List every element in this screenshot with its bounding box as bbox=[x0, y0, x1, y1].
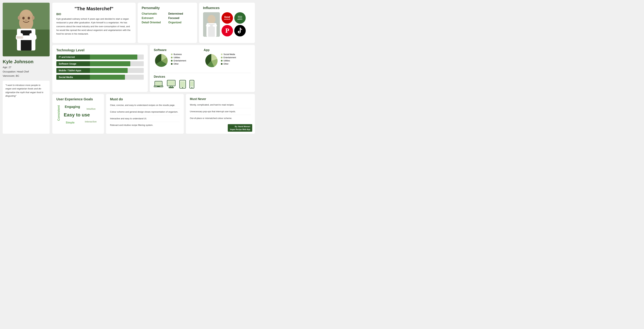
personality-heading: Personality bbox=[142, 6, 193, 10]
legend-entertainment-app: Entertainment bbox=[221, 56, 236, 59]
influences-bottom-row: P bbox=[222, 25, 251, 36]
bar-fill-software bbox=[90, 61, 130, 66]
left-panel: Kyle Johnson Age: 27 Occupation: Head Ch… bbox=[3, 3, 50, 134]
personality-grid: Charismatic Determined Extrovert Focused… bbox=[142, 12, 193, 24]
bar-label-software: Software Usage bbox=[56, 61, 90, 66]
legend-entertainment-sw: Entertainment bbox=[171, 60, 186, 62]
bar-label-mobile: Mobile / Tablet Apps bbox=[56, 68, 90, 73]
trait-organized: Organized bbox=[168, 21, 193, 24]
software-app-card: Software bbox=[150, 45, 255, 92]
svg-text:P: P bbox=[225, 27, 229, 34]
influences-card: Influences bbox=[199, 3, 255, 43]
svg-rect-29 bbox=[156, 82, 162, 86]
bar-row-software: Software Usage bbox=[56, 61, 144, 66]
svg-rect-8 bbox=[16, 36, 23, 38]
byline: By: Navid Memari Vegan Recipe Web App bbox=[228, 124, 252, 132]
influences-heading: Influences bbox=[203, 6, 251, 10]
bottom-row: User Experience Goals Consistent Engagin… bbox=[52, 94, 255, 134]
tablet-icon bbox=[179, 80, 186, 88]
person-age: Age: 27 bbox=[3, 66, 12, 68]
avatar bbox=[3, 3, 50, 56]
ux-card: User Experience Goals Consistent Engagin… bbox=[52, 94, 104, 134]
bar-row-mobile: Mobile / Tablet Apps bbox=[56, 68, 144, 73]
dot-utilities-sw bbox=[171, 57, 172, 58]
bio-label: BIO bbox=[56, 13, 132, 16]
influences-right: food network WHOLE FOODS MARKET bbox=[222, 12, 251, 39]
must-do-list: Clear, concise, and easy to understand r… bbox=[110, 104, 180, 128]
dot-utilities-app bbox=[221, 60, 222, 62]
app-title: App bbox=[204, 48, 251, 52]
wc-interactive: Interactive bbox=[85, 120, 96, 123]
dot-entertainment-app bbox=[221, 57, 222, 58]
word-cloud: Consistent Engaging Intuitive Easy to us… bbox=[56, 104, 100, 130]
legend-utilities-app: Utilities bbox=[221, 60, 236, 62]
whole-foods-logo: WHOLE FOODS MARKET bbox=[234, 12, 246, 24]
bar-container-mobile bbox=[90, 68, 144, 73]
svg-rect-37 bbox=[180, 81, 185, 87]
top-row: "The Masterchef" BIO Kyle graduated culi… bbox=[52, 3, 255, 43]
bar-fill-mobile bbox=[90, 68, 128, 73]
svg-text:FOODS: FOODS bbox=[238, 17, 242, 18]
svg-point-20 bbox=[213, 24, 217, 27]
person-location: Vancouver, BC bbox=[3, 74, 19, 77]
must-never-card: Must Never Wordy, complicated, and hard … bbox=[186, 94, 255, 134]
must-never-item-2: Unnecessary pop-ups that interrupt user … bbox=[190, 110, 251, 115]
byline-line1: By: Navid Memari bbox=[230, 125, 250, 128]
quote-box: "I want to introduce more people to vega… bbox=[3, 81, 50, 134]
svg-text:MARKET: MARKET bbox=[238, 19, 243, 20]
tech-card: Technology Level IT and Internet Softwar… bbox=[52, 45, 148, 92]
bar-label-it: IT and Internet bbox=[56, 54, 90, 60]
svg-rect-40 bbox=[190, 81, 193, 86]
legend-other-sw: Other bbox=[171, 63, 186, 65]
software-app-inner: Software bbox=[154, 48, 251, 71]
label-entertainment-app: Entertainment bbox=[224, 56, 236, 59]
must-never-item-1: Wordy, complicated, and hard to read rec… bbox=[190, 103, 251, 108]
svg-point-19 bbox=[206, 24, 210, 27]
label-other-sw: Other bbox=[174, 63, 178, 65]
devices-icons bbox=[154, 80, 251, 88]
bar-fill-social bbox=[90, 75, 125, 80]
laptop-icon bbox=[154, 80, 163, 88]
bio-text: Kyle graduated culinary school 4 years a… bbox=[56, 17, 132, 36]
svg-text:WHOLE: WHOLE bbox=[238, 16, 242, 17]
must-do-heading: Must do bbox=[110, 97, 180, 101]
must-never-item-3: Out-of-place or mismatched colour scheme… bbox=[190, 116, 251, 122]
label-other-app: Other bbox=[224, 63, 228, 65]
svg-point-16 bbox=[208, 15, 216, 24]
must-never-heading: Must Never bbox=[190, 97, 251, 101]
must-do-item-4: Relevant and intuitive recipe filtering … bbox=[110, 124, 180, 128]
label-business: Business bbox=[174, 53, 182, 56]
dot-business bbox=[171, 54, 172, 55]
svg-rect-35 bbox=[169, 87, 174, 88]
trait-charismatic: Charismatic bbox=[142, 12, 166, 15]
desktop-icon bbox=[166, 80, 176, 88]
wc-engaging: Engaging bbox=[65, 105, 80, 109]
fn-food-text: food bbox=[224, 16, 230, 18]
legend-other-app: Other bbox=[221, 63, 236, 65]
fn-network-text: network bbox=[224, 18, 230, 20]
svg-rect-33 bbox=[168, 81, 174, 85]
middle-row: Technology Level IT and Internet Softwar… bbox=[52, 45, 255, 92]
dot-entertainment-sw bbox=[171, 60, 172, 62]
trait-determined: Determined bbox=[168, 12, 193, 15]
ux-heading: User Experience Goals bbox=[56, 97, 100, 101]
app-chart-row: Social Media Entertainment Utilities bbox=[204, 53, 251, 68]
byline-line2: Vegan Recipe Web App bbox=[230, 128, 250, 131]
phone-icon bbox=[189, 80, 194, 88]
tech-heading: Technology Level bbox=[56, 48, 144, 52]
must-do-item-1: Clear, concise, and easy to understand r… bbox=[110, 104, 180, 108]
bar-fill-it bbox=[90, 54, 137, 60]
name-section: Kyle Johnson Age: 27 Occupation: Head Ch… bbox=[3, 58, 50, 79]
wc-simple: Simple bbox=[66, 121, 74, 124]
svg-rect-4 bbox=[21, 30, 32, 50]
label-utilities-app: Utilities bbox=[224, 60, 230, 62]
legend-business: Business bbox=[171, 53, 186, 56]
pinterest-logo: P bbox=[222, 25, 233, 36]
app-pie-chart bbox=[204, 53, 219, 68]
dot-other-sw bbox=[171, 63, 172, 65]
must-do-item-3: Interactive and easy to understand UI. bbox=[110, 117, 180, 122]
legend-social-media: Social Media bbox=[221, 53, 236, 56]
devices-section: Devices bbox=[154, 73, 251, 88]
bio-card-title: "The Masterchef" bbox=[56, 6, 132, 12]
legend-utilities-sw: Utilities bbox=[171, 56, 186, 59]
